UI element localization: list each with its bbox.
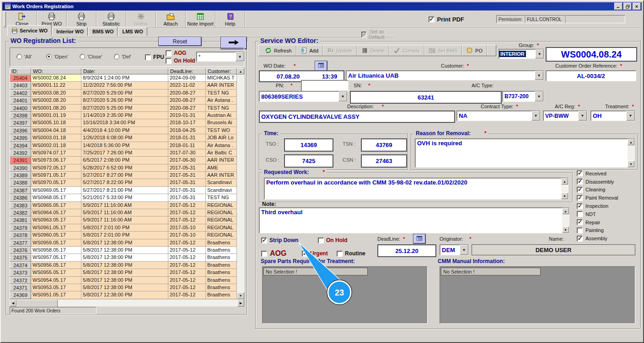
cell-customer[interactable]: Scandinavi — [206, 179, 237, 186]
onhold-filter-checkbox-box[interactable] — [166, 58, 172, 64]
cell-id[interactable]: 24397 — [10, 119, 31, 127]
wo-date-calendar-button[interactable] — [315, 61, 327, 71]
cell-customer[interactable]: Air Astana . — [206, 142, 237, 149]
cell-customer[interactable]: TEST NG — [206, 90, 237, 97]
actype-combobox[interactable]: B737-200 ▼ — [502, 91, 544, 102]
table-row[interactable]: 25404WS0002.08.248/9/2024 1:24:00 PM2024… — [10, 74, 244, 82]
aog-checkbox-box[interactable] — [261, 251, 267, 257]
tsn-field[interactable]: 43769 — [361, 138, 407, 152]
table-row[interactable]: 24382WS0964.05.175/9/2017 11:16:00 AM201… — [10, 209, 244, 216]
cell-wo[interactable]: WS0953.05.17 — [31, 284, 81, 291]
cell-date[interactable]: 7/25/2017 7:26:00 PM — [81, 149, 168, 157]
stage-checkbox-box[interactable] — [577, 187, 583, 193]
table-row[interactable]: 24376WS0958.05.175/8/2017 12:38:00 PM201… — [10, 247, 244, 254]
cell-deadline[interactable]: 2019-01-31 — [168, 112, 206, 119]
cell-deadline[interactable]: 2018-04-25 — [168, 127, 206, 134]
cell-wo[interactable]: WS0969.05.17 — [31, 187, 81, 194]
chevron-down-icon[interactable]: ▼ — [460, 245, 468, 255]
stage-checkbox-cleaning[interactable]: Cleaning — [577, 186, 639, 194]
cell-date[interactable]: 5/9/2017 11:16:00 AM — [81, 216, 168, 224]
toolbar-button-note-import[interactable]: Note Import — [186, 11, 215, 28]
stage-checkbox-box[interactable] — [577, 203, 583, 209]
cell-customer[interactable]: Braathens — [206, 239, 237, 247]
cell-customer[interactable]: Air Baltic C — [206, 149, 237, 157]
table-row[interactable]: 24397WS0005.10.1810/16/2018 3:34:00 PM20… — [10, 119, 244, 127]
group-combobox[interactable]: INTERIOR ▼ — [499, 49, 544, 59]
column-header-customer[interactable]: Customer: — [206, 68, 237, 74]
cell-customer[interactable]: Braathens — [206, 262, 237, 269]
stage-checkbox-box[interactable] — [577, 170, 583, 176]
cell-date[interactable]: 5/9/2017 11:16:00 AM — [81, 209, 168, 216]
cell-deadline[interactable]: 2018-01-11 — [168, 142, 206, 149]
cell-deadline[interactable]: 2020-08-27 — [168, 105, 206, 112]
aog-filter-checkbox-box[interactable] — [166, 50, 172, 56]
fpu-checkbox-box[interactable] — [145, 54, 151, 60]
fpu-checkbox[interactable]: FPU — [145, 54, 164, 60]
on-hold-checkbox[interactable]: On Hold — [318, 237, 348, 243]
cell-id[interactable]: 24373 — [10, 269, 31, 276]
cell-wo[interactable]: WS0955.05.17 — [31, 269, 81, 276]
cell-customer[interactable]: Brussels Ai — [206, 119, 237, 127]
cell-deadline[interactable]: 2017-05-31 — [168, 164, 206, 172]
toolbar-button-strip[interactable]: Strip — [67, 11, 97, 28]
table-row[interactable]: 24387WS0969.05.175/27/2017 8:21:00 PM201… — [10, 187, 244, 194]
spare-parts-panel[interactable]: No Selection ! — [262, 266, 428, 324]
cell-customer[interactable]: Braathens — [206, 277, 237, 284]
table-row[interactable]: 24375WS0957.05.175/8/2017 12:38:00 PM201… — [10, 254, 244, 261]
table-row[interactable]: 24381WS0963.05.175/9/2017 11:16:00 AM201… — [10, 216, 244, 224]
editor-toolbar-button-add[interactable]: Add — [296, 45, 323, 56]
note-scrollbar[interactable]: ▲ ▼ — [562, 208, 569, 233]
reset-button[interactable]: Reset — [159, 37, 201, 46]
table-row[interactable]: 24383WS0965.05.175/9/2017 11:16:00 AM201… — [10, 202, 244, 209]
cell-customer[interactable]: Braathens — [206, 247, 237, 254]
routine-checkbox[interactable]: Routine — [337, 250, 365, 257]
cell-deadline[interactable]: 2017-05-31 — [168, 187, 206, 194]
scroll-down-icon[interactable]: ▼ — [561, 193, 568, 199]
requested-work-textarea[interactable]: Perform overhaul in accordance with CMM … — [264, 178, 569, 200]
cell-wo[interactable]: WS0960.05.17 — [31, 232, 81, 239]
cell-deadline[interactable]: 2017-05-12 — [168, 254, 206, 261]
cell-date[interactable]: 1/26/2018 6:08:00 PM — [81, 134, 168, 142]
aog-filter-checkbox[interactable]: AOG — [166, 50, 186, 56]
cell-id[interactable]: 24377 — [10, 239, 31, 247]
cell-id[interactable]: 24398 — [10, 112, 31, 119]
on-hold-checkbox-box[interactable] — [318, 237, 324, 243]
cell-id[interactable]: 24386 — [10, 194, 31, 201]
scroll-left-icon[interactable]: ◀ — [10, 300, 16, 306]
cell-wo[interactable]: WS0003.01.18 — [31, 134, 81, 142]
cell-date[interactable]: 5/27/2017 8:22:00 PM — [81, 179, 168, 186]
cell-customer[interactable]: REGIONAL — [206, 232, 237, 239]
cell-id[interactable]: 24387 — [10, 187, 31, 194]
cell-id[interactable]: 24388 — [10, 179, 31, 186]
chevron-down-icon[interactable]: ▼ — [535, 49, 544, 58]
tab-lms-wo[interactable]: LMS WO — [118, 27, 147, 36]
cell-wo[interactable]: WS0963.05.17 — [31, 216, 81, 224]
cell-wo[interactable]: WS0961.05.17 — [31, 224, 81, 232]
tab-service-wo[interactable]: Service WO — [7, 25, 52, 36]
cell-date[interactable]: 5/8/2017 12:38:00 PM — [81, 239, 168, 247]
cell-id[interactable]: 24400 — [10, 105, 31, 112]
toolbar-button-help[interactable]: ?Help — [215, 11, 245, 28]
stage-checkbox-box[interactable] — [577, 236, 583, 242]
customer-combobox[interactable]: Air Lituanica UAB ▼ — [346, 70, 544, 80]
cell-id[interactable]: 24379 — [10, 224, 31, 232]
cell-wo[interactable]: WS0954.05.17 — [31, 277, 81, 284]
cell-deadline[interactable]: 2018-01-31 — [168, 134, 206, 142]
cell-date[interactable]: 8/27/2020 5:25:00 PM — [81, 105, 168, 112]
cell-wo[interactable]: WS0001.11.22 — [31, 82, 81, 89]
chevron-down-icon[interactable]: ▼ — [236, 52, 244, 61]
strip-down-checkbox[interactable]: Strip Down — [261, 237, 298, 243]
tso-field[interactable]: 14369 — [284, 138, 333, 152]
table-row[interactable]: 24403WS0001.11.2211/2/2022 7:56:00 PM202… — [10, 82, 244, 89]
cell-id[interactable]: 24403 — [10, 82, 31, 89]
cell-wo[interactable]: WS0001.08.20 — [31, 105, 81, 112]
urgent-checkbox[interactable]: Urgent — [302, 250, 328, 257]
cell-wo[interactable]: WS0003.08.20 — [31, 90, 81, 97]
deadline-field[interactable]: 25.12.20 — [377, 244, 436, 257]
table-row[interactable]: 24402WS0003.08.208/27/2020 5:29:00 PM202… — [10, 90, 244, 97]
radio-close[interactable]: 'Close' — [80, 54, 102, 59]
table-row[interactable]: 24392WS0974.07.177/25/2017 7:26:00 PM201… — [10, 149, 244, 157]
cell-id[interactable]: 24375 — [10, 254, 31, 261]
table-row[interactable]: 24391WS0973.06.176/5/2017 2:08:00 PM2017… — [10, 157, 244, 164]
scroll-down-icon[interactable]: ▼ — [562, 227, 569, 233]
